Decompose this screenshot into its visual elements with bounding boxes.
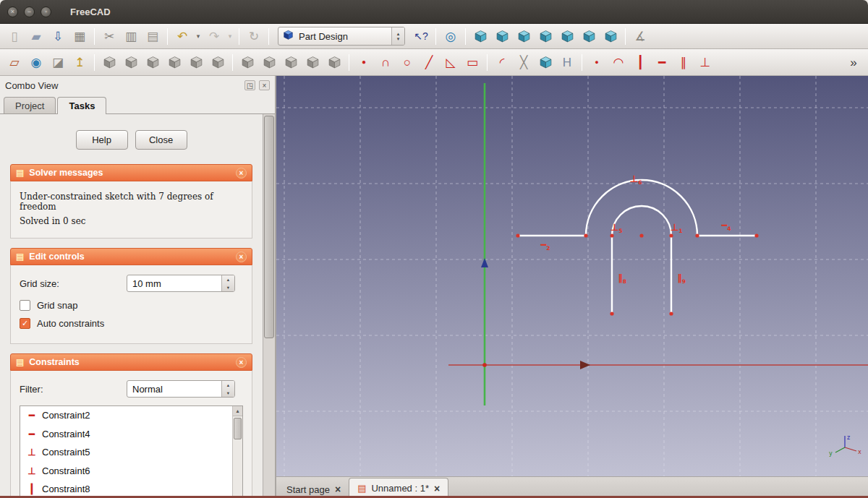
new-sketch-icon[interactable]: ▱	[4, 53, 25, 72]
toolbar-separator	[349, 54, 349, 71]
tab-project[interactable]: Project	[4, 97, 56, 113]
tab-tasks[interactable]: Tasks	[57, 97, 106, 114]
collapse-section-icon[interactable]: ×	[236, 168, 247, 179]
solver-messages-header[interactable]: ▤ Solver messages ×	[10, 164, 252, 181]
help-button[interactable]: Help	[76, 130, 128, 150]
pocket-icon[interactable]	[120, 53, 142, 72]
scroll-up-icon[interactable]: ▴	[233, 406, 242, 416]
validate-sketch-icon[interactable]: ↥	[69, 53, 90, 72]
tasks-panel: Help Close ▤ Solver messages × Under-con…	[0, 114, 263, 498]
constraint-list[interactable]: ▴ ━Constraint2━Constraint4⊥Constraint5⊥C…	[20, 405, 243, 498]
collapse-section-icon[interactable]: ×	[236, 357, 247, 368]
constraint-list-item[interactable]: ⊥Constraint6	[20, 462, 232, 481]
mirrored-icon[interactable]	[323, 53, 345, 72]
spin-down-icon[interactable]: ▾	[222, 283, 234, 291]
open-document-icon[interactable]: ▰	[25, 27, 47, 46]
external-geometry-icon[interactable]	[535, 53, 556, 72]
close-tab-icon[interactable]: ×	[335, 484, 341, 494]
spin-up-icon[interactable]: ▴	[222, 275, 234, 283]
close-task-button[interactable]: Close	[135, 130, 187, 150]
redo-dropdown-icon[interactable]: ▾	[225, 27, 235, 46]
create-rectangle-icon[interactable]: ▭	[461, 53, 483, 72]
create-arc-icon[interactable]: ∩	[375, 53, 396, 72]
map-sketch-icon[interactable]: ◪	[47, 53, 69, 72]
left-view-icon[interactable]	[600, 27, 621, 46]
window-close-button[interactable]: ×	[7, 7, 18, 17]
constraint-list-item[interactable]: ━Constraint4	[20, 425, 232, 444]
draft-icon[interactable]	[280, 53, 302, 72]
edit-sketch-icon[interactable]: ◉	[25, 53, 47, 72]
create-circle-icon[interactable]: ○	[396, 53, 418, 72]
undo-dropdown-icon[interactable]: ▾	[193, 27, 203, 46]
window-minimize-button[interactable]: −	[24, 7, 35, 17]
front-view-icon[interactable]	[491, 27, 513, 46]
create-polyline-icon[interactable]: ◺	[440, 53, 461, 72]
fit-all-icon[interactable]: ◎	[440, 27, 461, 46]
edit-controls-header[interactable]: ▤ Edit controls ×	[10, 248, 252, 265]
copy-icon[interactable]: ▥	[120, 27, 142, 46]
groove-icon[interactable]	[163, 53, 185, 72]
filter-dropdown[interactable]: Normal ▴ ▾	[127, 380, 235, 398]
solver-message-dof[interactable]: Under-constrained sketch with 7 degrees …	[20, 192, 243, 212]
undo-icon[interactable]: ↶	[171, 27, 193, 46]
collapse-section-icon[interactable]: ×	[236, 252, 247, 262]
window-title: FreeCAD	[70, 7, 111, 17]
right-view-icon[interactable]	[535, 27, 556, 46]
measure-distance-icon[interactable]: ∡	[629, 27, 651, 46]
spin-up-icon[interactable]: ▴	[222, 381, 234, 389]
create-line-icon[interactable]: ╱	[418, 53, 440, 72]
pad-icon[interactable]	[98, 53, 120, 72]
constraint-list-scrollbar[interactable]: ▴	[232, 406, 242, 498]
bottom-view-icon[interactable]	[578, 27, 600, 46]
fillet-icon[interactable]	[237, 53, 258, 72]
constraint-list-scrollbar-thumb[interactable]	[234, 418, 242, 439]
rear-view-icon[interactable]	[556, 27, 578, 46]
panel-close-icon[interactable]: ×	[259, 80, 270, 90]
trim-edge-icon[interactable]: ╳	[513, 53, 535, 72]
toolbar-overflow-button[interactable]: »	[843, 53, 864, 72]
refresh-icon[interactable]: ↻	[243, 27, 265, 46]
perpendicular-constraint-icon[interactable]: ⊥	[694, 53, 716, 72]
additive-loft-icon[interactable]	[185, 53, 207, 72]
print-icon[interactable]: ▦	[69, 27, 90, 46]
top-view-icon[interactable]	[513, 27, 535, 46]
coincident-constraint-icon[interactable]: ●	[586, 53, 608, 72]
main-toolbar: ▯▰⇩▦✂▥▤↶▾↷▾↻Part Design▴▾↖?◎∡	[0, 24, 868, 49]
constraint-list-item[interactable]: ━Constraint2	[20, 406, 232, 425]
document-tab-unnamed-1[interactable]: ▤Unnamed : 1*×	[349, 478, 448, 498]
workbench-selector-arrows[interactable]: ▴▾	[391, 27, 404, 45]
redo-icon[interactable]: ↷	[203, 27, 225, 46]
3d-viewport[interactable]: ⊥6⊥5⊥1━2━4‖8‖9zxy	[276, 76, 868, 476]
additive-pipe-icon[interactable]	[207, 53, 229, 72]
horizontal-constraint-icon[interactable]: ━	[651, 53, 673, 72]
whats-this-icon[interactable]: ↖?	[410, 27, 432, 46]
vertical-constraint-icon[interactable]: ┃	[629, 53, 651, 72]
workbench-selector[interactable]: Part Design▴▾	[278, 27, 405, 46]
parallel-constraint-icon[interactable]: ∥	[673, 53, 694, 72]
revolution-icon[interactable]	[142, 53, 163, 72]
panel-scrollbar[interactable]	[263, 114, 275, 498]
create-fillet-icon[interactable]: ◜	[491, 53, 513, 72]
constraints-header[interactable]: ▤ Constraints ×	[10, 353, 252, 371]
axonometric-view-icon[interactable]	[469, 27, 491, 46]
create-point-icon[interactable]: ●	[353, 53, 375, 72]
panel-scrollbar-thumb[interactable]	[264, 116, 274, 338]
grid-size-spinbox[interactable]: 10 mm ▴ ▾	[127, 275, 235, 292]
close-tab-icon[interactable]: ×	[434, 484, 440, 494]
carbon-copy-icon[interactable]: H	[556, 53, 578, 72]
combo-view-title: Combo View	[5, 80, 241, 91]
auto-constraints-checkbox[interactable]: ✓	[20, 318, 30, 329]
tangent-constraint-icon[interactable]: ◠	[608, 53, 629, 72]
chamfer-icon[interactable]	[258, 53, 280, 72]
panel-float-icon[interactable]: ◳	[244, 80, 255, 90]
save-icon[interactable]: ⇩	[47, 27, 69, 46]
constraint-list-item[interactable]: ⊥Constraint5	[20, 443, 232, 462]
titlebar[interactable]: × − ▫ FreeCAD	[0, 0, 868, 24]
new-document-icon[interactable]: ▯	[4, 27, 25, 46]
grid-snap-checkbox[interactable]	[20, 300, 30, 311]
cut-icon[interactable]: ✂	[98, 27, 120, 46]
spin-down-icon[interactable]: ▾	[222, 389, 234, 397]
thickness-icon[interactable]	[302, 53, 323, 72]
window-maximize-button[interactable]: ▫	[41, 7, 51, 17]
paste-icon[interactable]: ▤	[142, 27, 163, 46]
